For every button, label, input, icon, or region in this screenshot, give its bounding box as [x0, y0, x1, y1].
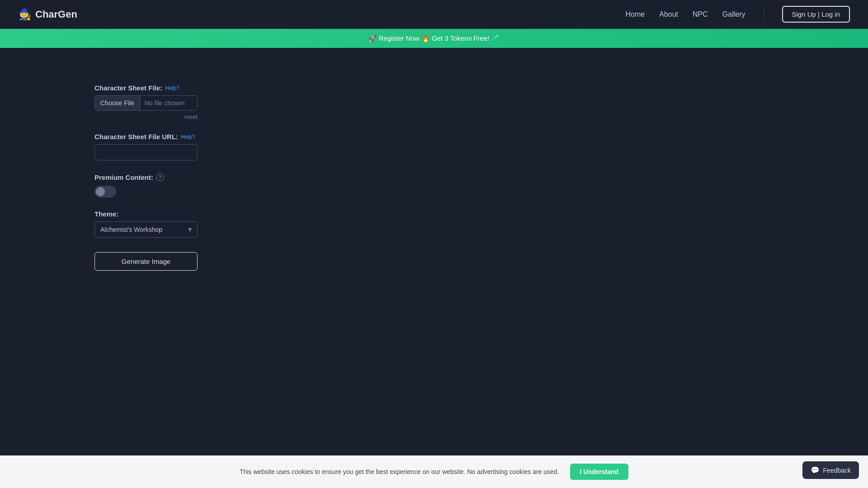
url-field-label: Character Sheet File URL: Help?	[94, 133, 203, 141]
understand-button[interactable]: I Understand	[570, 464, 629, 480]
logo-icon: 🧙	[18, 8, 32, 21]
url-label-text: Character Sheet File URL:	[94, 133, 178, 141]
cookie-banner: This website uses cookies to ensure you …	[0, 455, 868, 488]
feedback-button[interactable]: 💬 Feedback	[802, 461, 859, 479]
url-help-link[interactable]: Help?	[181, 134, 195, 140]
premium-help-icon[interactable]: ?	[156, 173, 164, 181]
file-name-display: No file chosen	[140, 96, 197, 110]
nav-about[interactable]: About	[659, 10, 678, 19]
file-input-wrapper: Choose File No file chosen	[94, 95, 198, 111]
feedback-icon: 💬	[811, 466, 820, 474]
premium-label: Premium Content: ?	[94, 173, 203, 181]
promo-banner: 🚀 Register Now 🔥 Get 3 Tokens Free! 🧪	[0, 29, 868, 48]
nav-gallery[interactable]: Gallery	[722, 10, 745, 19]
file-field-label: Character Sheet File: Help?	[94, 84, 203, 92]
premium-toggle[interactable]	[94, 186, 116, 197]
form-section: Character Sheet File: Help? Choose File …	[94, 84, 203, 271]
feedback-label: Feedback	[823, 467, 851, 474]
cookie-text: This website uses cookies to ensure you …	[240, 468, 559, 475]
toggle-slider	[94, 186, 116, 197]
premium-field-group: Premium Content: ?	[94, 173, 203, 197]
nav-home[interactable]: Home	[626, 10, 645, 19]
generate-button[interactable]: Generate Image	[94, 252, 198, 271]
premium-label-text: Premium Content:	[94, 174, 153, 181]
file-field-group: Character Sheet File: Help? Choose File …	[94, 84, 203, 120]
theme-field-group: Theme: Alchemist's Workshop Dark Forest …	[94, 210, 203, 238]
theme-select-wrapper: Alchemist's Workshop Dark Forest Arcane …	[94, 221, 198, 238]
theme-field-label: Theme:	[94, 210, 203, 218]
toggle-wrapper	[94, 186, 203, 197]
logo-text: CharGen	[35, 9, 77, 20]
choose-file-button[interactable]: Choose File	[95, 96, 140, 110]
navbar: 🧙 CharGen Home About NPC Gallery Sign Up…	[0, 0, 868, 29]
theme-select[interactable]: Alchemist's Workshop Dark Forest Arcane …	[94, 221, 198, 238]
reset-link[interactable]: reset	[94, 113, 198, 120]
main-content: Character Sheet File: Help? Choose File …	[0, 48, 868, 289]
nav-divider	[764, 8, 764, 21]
file-label-text: Character Sheet File:	[94, 84, 162, 92]
nav-npc[interactable]: NPC	[693, 10, 708, 19]
signup-button[interactable]: Sign Up | Log in	[782, 6, 850, 23]
nav-links: Home About NPC Gallery Sign Up | Log in	[626, 6, 850, 23]
logo[interactable]: 🧙 CharGen	[18, 8, 77, 21]
url-field-group: Character Sheet File URL: Help?	[94, 133, 203, 160]
url-input[interactable]	[94, 144, 198, 160]
banner-text: 🚀 Register Now 🔥 Get 3 Tokens Free! 🧪	[368, 34, 500, 42]
theme-label-text: Theme:	[94, 210, 118, 218]
file-help-link[interactable]: Help?	[165, 85, 179, 91]
